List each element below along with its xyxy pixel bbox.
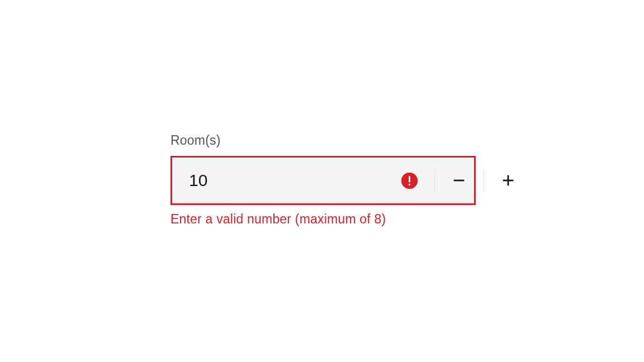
increment-button[interactable]	[484, 158, 533, 203]
decrement-button[interactable]	[434, 158, 484, 203]
svg-rect-3	[454, 180, 465, 182]
error-message: Enter a valid number (maximum of 8)	[171, 212, 476, 227]
quantity-stepper-container: Room(s) Enter a valid number (maximum of	[171, 133, 476, 227]
quantity-stepper	[171, 156, 476, 205]
warning-icon	[401, 173, 418, 189]
svg-rect-5	[508, 175, 509, 186]
quantity-input[interactable]	[172, 158, 401, 203]
svg-rect-1	[409, 176, 410, 182]
svg-rect-2	[409, 183, 410, 185]
stepper-label: Room(s)	[171, 133, 476, 148]
